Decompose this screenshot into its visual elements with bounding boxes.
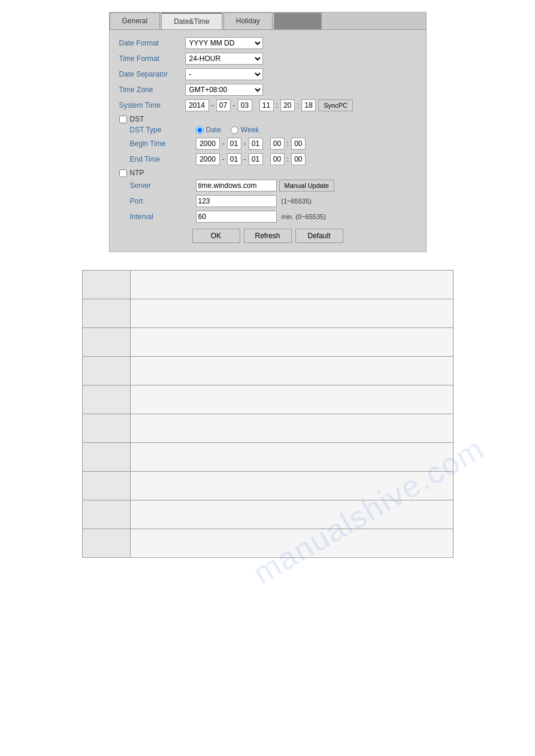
table-cell-left: [82, 271, 130, 299]
server-label: Server: [130, 181, 196, 190]
port-label: Port: [130, 197, 196, 205]
system-time-sec[interactable]: [301, 99, 316, 111]
date-separator-select[interactable]: -: [185, 68, 263, 80]
port-control: (1~65535): [196, 195, 312, 207]
table-cell-right: [130, 385, 453, 414]
panel-body: Date Format YYYY MM DD Time Format 24-HO…: [110, 30, 426, 251]
refresh-button[interactable]: Refresh: [244, 229, 292, 243]
sep7: :: [287, 139, 289, 148]
begin-time-label: Begin Time: [130, 139, 196, 148]
dst-date-radio[interactable]: [196, 126, 204, 134]
server-control: Manual Update: [196, 180, 335, 192]
tab-datetime[interactable]: Date&Time: [161, 13, 222, 29]
date-format-row: Date Format YYYY MM DD: [119, 37, 416, 49]
dst-checkbox[interactable]: [119, 116, 127, 123]
dst-indented: DST Type Date Week: [130, 126, 416, 165]
table-cell-left: [82, 385, 130, 414]
dst-checkbox-row: DST: [119, 115, 416, 123]
table-cell-right: [130, 500, 453, 529]
begin-min[interactable]: [291, 138, 306, 150]
ntp-checkbox[interactable]: [119, 169, 127, 177]
bottom-table: [82, 270, 454, 558]
ntp-label: NTP: [130, 169, 144, 177]
sep3: :: [276, 101, 278, 110]
tab-extra[interactable]: [274, 13, 322, 29]
dst-week-option[interactable]: Week: [231, 126, 259, 134]
end-year[interactable]: [196, 153, 220, 165]
dst-type-label: DST Type: [130, 126, 196, 134]
end-min[interactable]: [291, 153, 306, 165]
port-input[interactable]: [196, 195, 277, 207]
time-format-label: Time Format: [119, 54, 185, 63]
sep5: -: [222, 139, 225, 148]
time-zone-row: Time Zone GMT+08:00: [119, 84, 416, 96]
table-cell-right: [130, 443, 453, 472]
sep2: -: [233, 101, 235, 110]
dst-type-row: DST Type Date Week: [130, 126, 416, 134]
manual-update-button[interactable]: Manual Update: [279, 180, 335, 192]
sync-pc-button[interactable]: SyncPC: [318, 99, 353, 111]
system-time-year[interactable]: [185, 99, 209, 111]
table-row: [82, 385, 453, 414]
system-time-fields: - - : : SyncPC: [185, 99, 353, 111]
interval-hint: min. (0~65535): [282, 213, 326, 220]
dst-label: DST: [130, 115, 144, 123]
table-cell-right: [130, 271, 453, 299]
begin-time-row: Begin Time - - :: [130, 138, 416, 150]
dst-section: DST DST Type Date Week: [119, 115, 416, 165]
system-time-row: System Time - - : : SyncPC: [119, 99, 416, 111]
interval-label: Interval: [130, 212, 196, 221]
end-time-fields: - - :: [196, 153, 306, 165]
table-row: [82, 500, 453, 529]
date-time-panel: General Date&Time Holiday Date Format YY…: [109, 12, 427, 252]
table-row: [82, 357, 453, 385]
system-time-hour[interactable]: [259, 99, 274, 111]
system-time-day[interactable]: [238, 99, 252, 111]
time-format-select[interactable]: 24-HOUR: [185, 53, 263, 65]
dst-date-option[interactable]: Date: [196, 126, 221, 134]
time-format-control: 24-HOUR: [185, 53, 263, 65]
footer-buttons: OK Refresh Default: [119, 229, 416, 243]
begin-day[interactable]: [249, 138, 263, 150]
time-format-row: Time Format 24-HOUR: [119, 53, 416, 65]
time-zone-control: GMT+08:00: [185, 84, 263, 96]
tab-holiday[interactable]: Holiday: [223, 13, 273, 29]
ntp-indented: Server Manual Update Port (1~65535): [130, 180, 416, 223]
time-zone-select[interactable]: GMT+08:00: [185, 84, 263, 96]
begin-hour[interactable]: [270, 138, 285, 150]
tab-bar: General Date&Time Holiday: [110, 13, 426, 30]
table-cell-right: [130, 529, 453, 558]
end-hour[interactable]: [270, 153, 285, 165]
table-cell-left: [82, 357, 130, 385]
sep8: -: [222, 155, 225, 163]
interval-row: Interval min. (0~65535): [130, 211, 416, 223]
table-row: [82, 299, 453, 328]
begin-month[interactable]: [227, 138, 241, 150]
dst-week-radio[interactable]: [231, 126, 238, 134]
tab-general[interactable]: General: [110, 13, 161, 29]
date-format-label: Date Format: [119, 39, 185, 47]
server-input[interactable]: [196, 180, 277, 192]
end-month[interactable]: [227, 153, 241, 165]
table-cell-left: [82, 529, 130, 558]
table-row: [82, 414, 453, 443]
end-time-label: End Time: [130, 155, 196, 163]
date-separator-row: Date Separator -: [119, 68, 416, 80]
sep1: -: [211, 101, 214, 110]
bottom-table-wrapper: [82, 270, 454, 558]
system-time-min[interactable]: [280, 99, 295, 111]
date-format-select[interactable]: YYYY MM DD: [185, 37, 263, 49]
system-time-month[interactable]: [216, 99, 231, 111]
begin-year[interactable]: [196, 138, 220, 150]
sep9: -: [244, 155, 246, 163]
interval-input[interactable]: [196, 211, 277, 223]
table-row: [82, 328, 453, 357]
table-cell-left: [82, 500, 130, 529]
ok-button[interactable]: OK: [192, 229, 240, 243]
date-separator-label: Date Separator: [119, 70, 185, 78]
port-row: Port (1~65535): [130, 195, 416, 207]
begin-time-fields: - - :: [196, 138, 306, 150]
end-day[interactable]: [249, 153, 263, 165]
default-button[interactable]: Default: [295, 229, 343, 243]
table-cell-left: [82, 443, 130, 472]
